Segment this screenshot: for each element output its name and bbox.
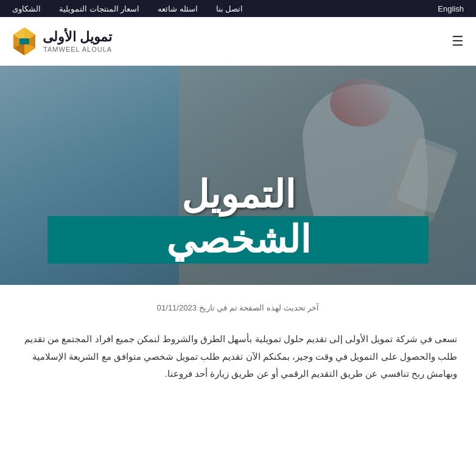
product-prices-link[interactable]: اسعار المنتجات التمويلية (59, 4, 139, 13)
logo-text: تمويل الأولى TAMWEEL ALOULA (43, 29, 112, 52)
last-updated-text: آخر تحديث لهذه الصفحة تم في تاريخ 01/11/… (12, 303, 464, 312)
logo-icon (12, 26, 37, 57)
hamburger-menu[interactable]: ☰ (452, 33, 464, 49)
main-description: نسعى في شركة تمويل الأولى إلى تقديم حلول… (19, 331, 457, 383)
hero-content: التمويل الشخصي (47, 174, 429, 267)
logo-container: تمويل الأولى TAMWEEL ALOULA (12, 26, 112, 57)
hero-highlight-bar: الشخصي (47, 216, 429, 264)
main-content: آخر تحديث لهذه الصفحة تم في تاريخ 01/11/… (0, 285, 476, 395)
svg-rect-7 (19, 38, 29, 44)
hero-title-line2: الشخصي (166, 219, 310, 261)
top-navigation: English اتصل بنا اسئله شائعه اسعار المنت… (0, 0, 476, 17)
main-header: ☰ تمويل الأولى TAMWEEL ALOULA (0, 17, 476, 66)
contact-link[interactable]: اتصل بنا (216, 4, 243, 13)
hero-section: التمويل الشخصي (0, 66, 476, 285)
top-nav-links: English (438, 4, 464, 13)
hero-title-line1: التمويل (181, 173, 295, 215)
complaints-link[interactable]: الشكاوى (12, 4, 41, 13)
logo-english: TAMWEEL ALOULA (43, 46, 112, 53)
english-link[interactable]: English (438, 4, 464, 13)
faq-link[interactable]: اسئله شائعه (158, 4, 198, 13)
logo-arabic: تمويل الأولى (43, 29, 112, 45)
top-nav-right-links: اتصل بنا اسئله شائعه اسعار المنتجات التم… (12, 4, 243, 13)
